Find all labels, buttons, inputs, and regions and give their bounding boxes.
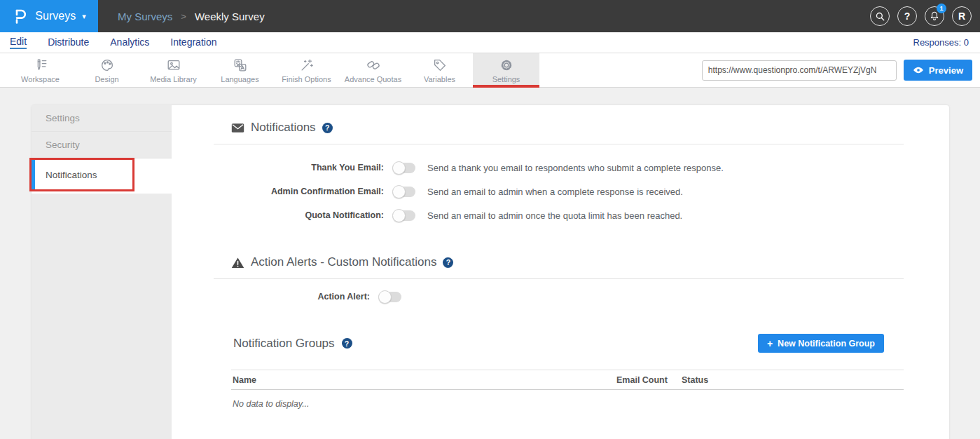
- section-title: Action Alerts - Custom Notifications: [251, 255, 436, 269]
- section-action-alerts: Action Alerts - Custom Notifications ? A…: [214, 255, 904, 309]
- edit-toolbar: Workspace Design Media Library Languages…: [0, 53, 980, 88]
- image-icon: [166, 58, 181, 73]
- toolbar-tab-variables[interactable]: Variables: [406, 53, 473, 87]
- notification-groups-header: Notification Groups ? + New Notification…: [214, 334, 904, 353]
- toggle-knob: [392, 185, 406, 198]
- toolbar-tab-label: Finish Options: [282, 75, 331, 83]
- toolbar-tab-languages[interactable]: Languages: [207, 53, 273, 87]
- envelope-icon: [231, 123, 244, 133]
- action-alert-rows: Action Alert:: [214, 285, 904, 309]
- translate-icon: [233, 58, 248, 73]
- toolbar-tab-label: Variables: [424, 75, 455, 83]
- thank-you-email-toggle[interactable]: [393, 163, 415, 173]
- section-notification-groups: Notification Groups ? + New Notification…: [214, 334, 904, 409]
- section-title: Notifications: [251, 121, 316, 135]
- search-icon: [875, 11, 885, 22]
- toolbar-tab-finish-options[interactable]: Finish Options: [273, 53, 340, 87]
- help-icon[interactable]: ?: [322, 123, 333, 133]
- toggle-label: Thank You Email:: [214, 163, 384, 173]
- help-icon[interactable]: ?: [342, 338, 352, 349]
- quota-notification-toggle[interactable]: [393, 210, 415, 221]
- notification-groups-heading: Notification Groups ?: [233, 337, 352, 351]
- nav-tab-distribute[interactable]: Distribute: [48, 36, 89, 48]
- warning-icon: [231, 257, 244, 269]
- toggle-row-thank-you-email: Thank You Email: Send a thank you email …: [214, 156, 904, 180]
- action-alerts-heading: Action Alerts - Custom Notifications ?: [231, 255, 904, 269]
- toolbar-tab-label: Advance Quotas: [345, 75, 401, 83]
- section-title: Notification Groups: [233, 337, 335, 351]
- sidebar-item-label: Notifications: [46, 170, 97, 180]
- help-button[interactable]: ?: [897, 6, 917, 26]
- notifications-heading: Notifications ?: [231, 121, 904, 135]
- breadcrumb-separator: >: [181, 11, 186, 22]
- toolbar-tab-design[interactable]: Design: [74, 53, 140, 87]
- breadcrumb-my-surveys[interactable]: My Surveys: [118, 11, 172, 22]
- toolbar-tab-media-library[interactable]: Media Library: [140, 53, 207, 87]
- question-mark-icon: ?: [904, 11, 911, 22]
- toggle-row-action-alert: Action Alert:: [214, 285, 904, 309]
- column-header-email-count: Email Count: [616, 375, 682, 385]
- tag-icon: [432, 58, 448, 73]
- palette-icon: [99, 58, 115, 73]
- divider: [214, 278, 904, 279]
- toggle-knob: [392, 161, 406, 175]
- toggle-description: Send an email to admin when a complete r…: [427, 187, 683, 197]
- user-avatar[interactable]: R: [952, 6, 972, 26]
- help-icon[interactable]: ?: [443, 257, 453, 268]
- survey-nav: Edit Distribute Analytics Integration Re…: [0, 32, 980, 53]
- notifications-settings-main: Notifications ? Thank You Email: Send a …: [172, 105, 949, 439]
- preview-button[interactable]: Preview: [904, 60, 972, 81]
- new-notification-group-button[interactable]: + New Notification Group: [758, 334, 884, 353]
- toolbar-tab-settings[interactable]: Settings: [473, 53, 539, 87]
- settings-panel: Settings Security Notifications: [32, 105, 949, 439]
- nav-tab-integration[interactable]: Integration: [170, 36, 216, 48]
- nav-tab-edit[interactable]: Edit: [10, 36, 27, 49]
- table-header-row: Name Email Count Status: [231, 370, 904, 390]
- toolbar-tab-label: Settings: [492, 75, 520, 83]
- nav-tab-analytics[interactable]: Analytics: [110, 36, 149, 48]
- toolbar-tab-label: Media Library: [150, 75, 197, 83]
- notification-count-badge: 1: [937, 4, 946, 13]
- notification-groups-table: Name Email Count Status No data to displ…: [231, 370, 904, 409]
- product-switcher[interactable]: Surveys ▾: [0, 0, 98, 32]
- toggle-label: Quota Notification:: [214, 210, 384, 220]
- action-alert-toggle[interactable]: [379, 292, 401, 302]
- chain-link-icon: [366, 58, 381, 73]
- sidebar-item-settings[interactable]: Settings: [32, 105, 172, 132]
- magic-wand-icon: [299, 58, 315, 73]
- column-header-status: Status: [682, 375, 904, 385]
- toggle-knob: [392, 209, 406, 222]
- toolbar-tab-label: Workspace: [21, 75, 60, 83]
- breadcrumb-current-survey: Weekly Survey: [195, 11, 265, 22]
- section-notifications: Notifications ? Thank You Email: Send a …: [214, 105, 904, 227]
- questionpro-logo: [12, 8, 29, 25]
- toolbar-tab-advance-quotas[interactable]: Advance Quotas: [340, 53, 406, 87]
- topbar-actions: ? 1 R: [870, 6, 972, 26]
- admin-confirmation-email-toggle[interactable]: [393, 187, 415, 197]
- top-bar: Surveys ▾ My Surveys > Weekly Survey ? 1…: [0, 0, 980, 32]
- toolbar-right: Preview: [702, 53, 980, 87]
- survey-url-input[interactable]: [702, 60, 897, 81]
- sidebar-item-notifications[interactable]: Notifications: [32, 158, 172, 191]
- toggle-description: Send a thank you email to respondents wh…: [427, 163, 724, 173]
- toggle-row-quota-notification: Quota Notification: Send an email to adm…: [214, 203, 904, 227]
- toolbar-tab-workspace[interactable]: Workspace: [7, 53, 74, 87]
- column-header-name: Name: [231, 375, 616, 385]
- divider: [214, 144, 904, 144]
- annotation-underline-settings: [473, 85, 539, 88]
- responses-count[interactable]: Responses: 0: [913, 37, 969, 48]
- search-button[interactable]: [870, 6, 890, 26]
- toggle-row-admin-confirmation-email: Admin Confirmation Email: Send an email …: [214, 180, 904, 203]
- toolbar-tab-label: Languages: [221, 75, 258, 83]
- sidebar-item-security[interactable]: Security: [32, 132, 172, 158]
- avatar-initial: R: [958, 11, 965, 22]
- plus-icon: +: [767, 338, 773, 349]
- notification-toggle-rows: Thank You Email: Send a thank you email …: [214, 156, 904, 227]
- settings-sidebar: Settings Security Notifications: [32, 105, 172, 439]
- notifications-button[interactable]: 1: [925, 6, 944, 26]
- toggle-knob: [378, 290, 392, 304]
- settings-page: Settings Security Notifications: [0, 88, 980, 439]
- toggle-description: Send an email to admin once the quota li…: [427, 210, 682, 221]
- preview-button-label: Preview: [929, 65, 963, 76]
- eye-icon: [913, 66, 924, 74]
